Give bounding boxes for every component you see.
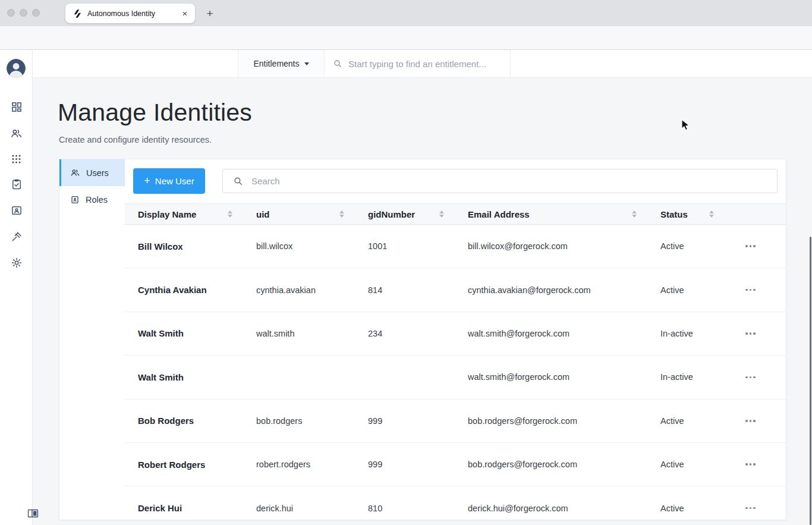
cell-gidnumber: 814 — [355, 268, 455, 311]
cell-status: Active — [647, 486, 725, 520]
context-selector-dropdown[interactable]: Entitlements — [238, 50, 325, 77]
cell-display-name: Derick Hui — [125, 486, 243, 520]
users-icon — [70, 168, 80, 178]
search-icon — [333, 59, 342, 68]
sidebar-item-settings[interactable] — [0, 254, 33, 271]
sort-icon[interactable] — [228, 210, 232, 218]
column-header-status[interactable]: Status — [647, 204, 725, 224]
sort-icon[interactable] — [709, 210, 714, 218]
new-user-label: New User — [155, 176, 194, 186]
context-selector-label: Entitlements — [253, 59, 299, 68]
plus-icon: + — [144, 175, 150, 187]
cell-uid: bob.rodgers — [243, 400, 355, 442]
table-row: Robert Rodgers robert.rodgers 999 bob.ro… — [125, 443, 786, 486]
collapse-sidebar-icon[interactable] — [27, 508, 39, 518]
table-row: Cynthia Avakian cynthia.avakian 814 cynt… — [125, 268, 786, 312]
row-actions-ellipsis-icon[interactable] — [741, 370, 760, 385]
sidebar-item-applications[interactable] — [0, 150, 33, 167]
column-header-display-name[interactable]: Display Name — [125, 204, 243, 224]
sidebar-item-dashboard[interactable] — [0, 99, 33, 115]
row-actions-ellipsis-icon[interactable] — [741, 283, 760, 297]
cell-status: Active — [647, 268, 725, 311]
cell-display-name: Walt Smith — [125, 312, 243, 355]
column-header-email[interactable]: Email Address — [455, 204, 647, 224]
users-table: Display Name uid gidNumber Email Address… — [125, 203, 786, 520]
rules-gavel-icon — [11, 231, 23, 243]
tab-title: Autonomous Identity — [87, 10, 178, 18]
tasks-clipboard-icon — [11, 178, 23, 190]
app-sidebar — [0, 50, 33, 525]
window-minimize-button[interactable] — [20, 9, 27, 17]
cell-status: In-active — [647, 312, 725, 355]
table-row: Derick Hui derick.hui 810 derick.hui@for… — [125, 486, 786, 520]
cell-display-name: Bill Wilcox — [125, 225, 243, 268]
sidebar-item-rules[interactable] — [0, 228, 33, 245]
table-row: Walt Smith walt.smith@forgerock.com In-a… — [125, 356, 786, 399]
avatar[interactable] — [7, 59, 26, 78]
entitlement-search-input[interactable] — [348, 59, 503, 69]
table-header-row: Display Name uid gidNumber Email Address… — [125, 203, 786, 225]
new-tab-button[interactable]: + — [202, 6, 218, 21]
chevron-down-icon — [304, 62, 309, 65]
table-body: Bill Wilcox bill.wilcox 1001 bill.wilcox… — [125, 225, 786, 520]
cell-gidnumber: 999 — [355, 400, 455, 442]
cell-gidnumber: 810 — [355, 486, 455, 520]
sidebar-item-tasks[interactable] — [0, 176, 33, 193]
table-row: Walt Smith walt.smith 234 walt.smith@for… — [125, 312, 786, 356]
window-zoom-button[interactable] — [32, 9, 40, 17]
sidebar-item-identities[interactable] — [0, 202, 33, 219]
cell-email: walt.smith@forgerock.com — [455, 312, 647, 355]
cell-status: Active — [647, 400, 725, 442]
window-close-button[interactable] — [7, 9, 15, 17]
sort-icon[interactable] — [632, 210, 637, 218]
cell-display-name: Walt Smith — [125, 356, 243, 398]
tab-users[interactable]: Users — [59, 159, 125, 186]
row-actions-ellipsis-icon[interactable] — [741, 326, 760, 341]
apps-grid-icon — [11, 153, 22, 165]
cell-email: bill.wilcox@forgerock.com — [455, 225, 647, 268]
browser-tab[interactable]: Autonomous Identity × — [65, 4, 195, 23]
cell-uid: robert.rodgers — [243, 443, 355, 486]
role-badge-icon — [70, 195, 80, 205]
dashboard-icon — [11, 101, 23, 113]
search-icon — [233, 176, 243, 186]
cell-email: bob.rodgers@forgerock.com — [455, 443, 647, 486]
cell-uid: bill.wilcox — [243, 225, 355, 268]
identities-card: Users Roles + New User Display Name uid — [59, 159, 786, 520]
cell-email: walt.smith@forgerock.com — [455, 356, 647, 398]
column-header-uid[interactable]: uid — [243, 204, 355, 224]
row-actions-ellipsis-icon[interactable] — [741, 457, 760, 471]
column-header-gidnumber[interactable]: gidNumber — [355, 204, 455, 224]
cell-display-name: Robert Rodgers — [125, 443, 243, 486]
tab-roles[interactable]: Roles — [59, 186, 125, 213]
table-row: Bill Wilcox bill.wilcox 1001 bill.wilcox… — [125, 225, 786, 268]
entitlement-search[interactable] — [325, 50, 511, 77]
cell-email: bob.rodgers@forgerock.com — [455, 400, 647, 442]
page-subtitle: Create and configure identity resources. — [59, 135, 212, 144]
table-search-input[interactable] — [251, 176, 757, 186]
cell-status: Active — [647, 443, 725, 486]
settings-gear-icon — [11, 257, 23, 269]
cell-status: In-active — [647, 356, 725, 398]
row-actions-ellipsis-icon[interactable] — [741, 414, 760, 428]
mouse-cursor — [681, 119, 691, 132]
tab-close-icon[interactable]: × — [178, 7, 191, 20]
table-row: Bob Rodgers bob.rodgers 999 bob.rodgers@… — [125, 400, 786, 443]
tab-users-label: Users — [86, 168, 109, 178]
users-icon — [10, 127, 23, 140]
cell-uid — [243, 356, 355, 398]
page-scrollbar[interactable] — [810, 237, 811, 525]
sort-icon[interactable] — [439, 210, 444, 218]
table-search[interactable] — [222, 169, 778, 193]
app-topbar: Entitlements — [33, 50, 812, 78]
cell-gidnumber: 234 — [355, 312, 455, 355]
new-user-button[interactable]: + New User — [133, 168, 205, 194]
sidebar-item-users[interactable] — [0, 125, 33, 142]
cell-gidnumber — [355, 356, 455, 398]
row-actions-ellipsis-icon[interactable] — [741, 239, 760, 253]
browser-toolbar: https://autoid-ui.forgerock.com/manage 9… — [0, 26, 812, 50]
cell-email: derick.hui@forgerock.com — [455, 486, 647, 520]
row-actions-ellipsis-icon[interactable] — [741, 501, 760, 515]
browser-tab-strip: Autonomous Identity × + — [0, 0, 812, 26]
sort-icon[interactable] — [339, 210, 344, 218]
